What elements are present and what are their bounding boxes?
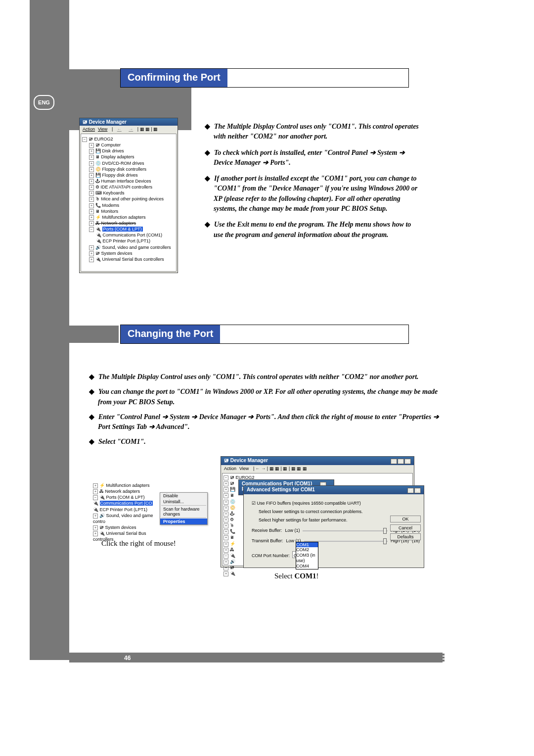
tree-lpt1[interactable]: ECP Printer Port (LPT1) <box>103 238 150 243</box>
defaults-button[interactable]: Defaults <box>390 533 421 540</box>
ctx-disable[interactable]: Disable <box>160 493 207 499</box>
context-menu: Disable Uninstall... Scan for hardware c… <box>160 492 208 525</box>
ctx-selected-com[interactable]: Communications Port (CO <box>100 501 153 506</box>
tree-ports[interactable]: Ports (COM & LPT) <box>102 227 143 232</box>
page-number: 46 <box>124 655 131 662</box>
footer-arrow-icon <box>120 646 130 652</box>
title-gray-block-2 <box>69 326 119 343</box>
ctx-caption: Click the right of mouse! <box>101 539 176 548</box>
section2-title: Changing the Port <box>121 325 220 343</box>
ctx-properties[interactable]: Properties <box>160 519 207 524</box>
use-fifo-check[interactable]: Use FIFO buffers (requires 16550 compati… <box>257 501 361 506</box>
comport-dropdown[interactable]: COM1 COM2 COM3 (in use) COM4 <box>296 542 318 569</box>
section2-bullets: The Multiple Display Control uses only "… <box>89 372 443 452</box>
language-badge: ENG <box>34 95 54 110</box>
ok-button[interactable]: OK <box>390 516 421 522</box>
tree-root: EUROG2 <box>94 137 113 142</box>
ctx-uninstall[interactable]: Uninstall... <box>160 499 207 505</box>
menu-view[interactable]: View <box>98 127 107 132</box>
context-menu-screenshot: +⚡ Multifunction adapters +🖧 Network ada… <box>93 482 157 542</box>
footer-dots-icon <box>443 657 445 659</box>
ctx-scan[interactable]: Scan for hardware changes <box>160 506 207 517</box>
dlg2-caption: Select COM1! <box>274 572 319 580</box>
tree-com1[interactable]: Communications Port (COM1) <box>103 233 163 237</box>
receive-slider[interactable] <box>303 530 388 531</box>
cancel-button[interactable]: Cancel <box>390 524 421 531</box>
section1-bullets: The Multiple Display Control uses only "… <box>205 122 422 246</box>
adv-title: Advanced Settings for COM1 <box>247 487 315 493</box>
section1-title-box: Confirming the Port <box>120 68 409 88</box>
section1-title: Confirming the Port <box>121 69 227 87</box>
page-footer: 46 <box>69 653 443 662</box>
device-manager-screenshot: 🖳 Device Manager Action View | ← → | ▦ ▦… <box>79 118 178 273</box>
dlg2-outer-titlebar: 🖳 Device Manager _□× <box>221 457 414 465</box>
advanced-settings-screenshot: 🖳 Device Manager _□× ActionView | ← → | … <box>221 456 414 567</box>
section2-title-box: Changing the Port <box>120 325 409 344</box>
menu-action[interactable]: Action <box>83 127 95 132</box>
devmgr-titlebar: 🖳 Device Manager <box>80 118 178 126</box>
devmgr-menubar: Action View | ← → | ▦ ▦ | ▦ <box>80 126 178 133</box>
